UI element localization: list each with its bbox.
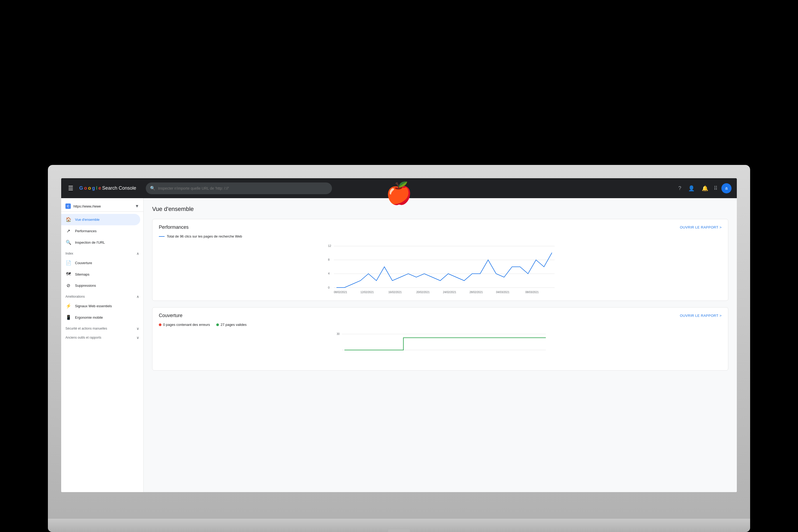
screen: ☰ Google Search Console 🔍 ? 👤 🔔 ⠿ a xyxy=(61,178,737,492)
sidebar-item-label: Inspection de l'URL xyxy=(75,241,105,244)
svg-text:16/02/2021: 16/02/2021 xyxy=(388,291,402,294)
performances-legend-label: Total de 96 clics sur les pages de reche… xyxy=(167,234,242,238)
error-dot xyxy=(159,323,162,326)
page-title: Vue d'ensemble xyxy=(152,206,728,212)
svg-text:12: 12 xyxy=(328,244,331,247)
securite-section-header[interactable]: Sécurité et actions manuelles ∨ xyxy=(61,323,144,332)
property-selector[interactable]: C https://www.//wwe ▼ xyxy=(61,201,144,212)
svg-text:04/03/2021: 04/03/2021 xyxy=(496,291,509,294)
sitemap-icon: 🗺 xyxy=(65,271,71,277)
property-favicon: C xyxy=(65,204,71,209)
anciens-section-title: Anciens outils et rapports xyxy=(65,336,101,339)
svg-text:4: 4 xyxy=(328,272,329,275)
sidebar-item-ergonomie[interactable]: 📱 Ergonomie mobile xyxy=(61,312,140,323)
search-icon: 🔍 xyxy=(150,186,155,191)
valid-dot xyxy=(216,323,219,326)
ameliorations-section-header[interactable]: Améliorations ∧ xyxy=(61,291,144,300)
sidebar-item-inspection-url[interactable]: 🔍 Inspection de l'URL xyxy=(61,237,140,248)
main-content: C https://www.//wwe ▼ 🏠 Vue d'ensemble ↗… xyxy=(61,198,737,492)
bell-icon[interactable]: 🔔 xyxy=(700,184,710,193)
search-input[interactable] xyxy=(158,186,328,190)
performances-legend: Total de 96 clics sur les pages de reche… xyxy=(159,234,722,238)
performances-card-title: Performances xyxy=(159,225,189,230)
sidebar-item-label: Vue d'ensemble xyxy=(75,217,99,222)
mobile-icon: 📱 xyxy=(65,315,71,320)
svg-text:24/02/2021: 24/02/2021 xyxy=(443,291,456,294)
svg-text:08/03/2021: 08/03/2021 xyxy=(525,291,539,294)
coverage-error-label: 0 pages contenant des erreurs xyxy=(163,323,210,327)
sidebar-item-label: Suppressions xyxy=(75,284,96,288)
sidebar-item-label: Performances xyxy=(75,229,97,233)
chevron-right-icon: > xyxy=(720,314,722,318)
anciens-section-header[interactable]: Anciens outils et rapports ∨ xyxy=(61,332,144,341)
apps-icon[interactable]: ⠿ xyxy=(714,185,718,191)
svg-text:30: 30 xyxy=(337,332,340,336)
svg-text:12/02/2021: 12/02/2021 xyxy=(360,291,374,294)
performances-card-header: Performances OUVRIR LE RAPPORT > xyxy=(159,225,722,230)
sidebar-item-vue-ensemble[interactable]: 🏠 Vue d'ensemble xyxy=(61,214,140,225)
sidebar-item-suppressions[interactable]: ⊘ Suppressions xyxy=(61,280,140,291)
sidebar-item-label: Ergonomie mobile xyxy=(75,316,103,320)
help-icon[interactable]: ? xyxy=(677,184,683,193)
svg-text:8: 8 xyxy=(328,258,329,261)
coverage-error-legend: 0 pages contenant des erreurs xyxy=(159,323,210,327)
user-avatar[interactable]: a xyxy=(721,183,732,193)
inspect-icon: 🔍 xyxy=(65,240,71,245)
coverage-card-header: Couverture OUVRIR LE RAPPORT > xyxy=(159,313,722,318)
sidebar-item-performances[interactable]: ↗ Performances xyxy=(61,225,140,237)
sidebar-item-label: Signaux Web essentiels xyxy=(75,304,112,308)
monitor-frame: ☰ Google Search Console 🔍 ? 👤 🔔 ⠿ a xyxy=(48,165,750,532)
coverage-legends: 0 pages contenant des erreurs 27 pages v… xyxy=(159,323,722,327)
coverage-open-report-button[interactable]: OUVRIR LE RAPPORT > xyxy=(680,314,722,318)
svg-text:28/02/2021: 28/02/2021 xyxy=(470,291,483,294)
performances-card: Performances OUVRIR LE RAPPORT > Total d… xyxy=(152,219,728,301)
property-url: https://www.//wwe xyxy=(73,204,132,208)
sidebar-item-label: Couverture xyxy=(75,261,92,265)
coverage-valid-label: 27 pages valides xyxy=(221,323,247,327)
sidebar: C https://www.//wwe ▼ 🏠 Vue d'ensemble ↗… xyxy=(61,198,144,492)
sidebar-item-sitemaps[interactable]: 🗺 Sitemaps xyxy=(61,269,140,280)
account-icon[interactable]: 👤 xyxy=(687,184,697,193)
google-logo: Google Search Console xyxy=(79,185,136,191)
search-bar: 🔍 xyxy=(146,183,332,194)
home-icon: 🏠 xyxy=(65,217,71,222)
ameliorations-chevron-icon: ∧ xyxy=(136,294,139,299)
page-content: Vue d'ensemble Performances OUVRIR LE RA… xyxy=(144,198,737,492)
svg-text:20/02/2021: 20/02/2021 xyxy=(416,291,430,294)
top-bar-actions: ? 👤 🔔 ⠿ a xyxy=(677,183,732,193)
remove-icon: ⊘ xyxy=(65,283,71,288)
securite-section-title: Sécurité et actions manuelles xyxy=(65,327,107,330)
sidebar-item-signaux-web[interactable]: ⚡ Signaux Web essentiels xyxy=(61,300,140,312)
sidebar-item-label: Sitemaps xyxy=(75,272,89,277)
trending-icon: ↗ xyxy=(65,228,71,234)
vitals-icon: ⚡ xyxy=(65,303,71,309)
document-icon: 📄 xyxy=(65,260,71,266)
index-section-header[interactable]: Index ∧ xyxy=(61,248,144,257)
coverage-valid-legend: 27 pages valides xyxy=(216,323,247,327)
coverage-svg-chart: 30 xyxy=(159,330,722,362)
chevron-right-icon: > xyxy=(720,225,722,229)
apple-logo-icon: 🍎 xyxy=(386,181,412,206)
coverage-chart: 30 xyxy=(159,330,722,365)
hamburger-icon[interactable]: ☰ xyxy=(66,183,75,193)
ameliorations-section-title: Améliorations xyxy=(65,295,85,299)
svg-text:0: 0 xyxy=(328,286,329,289)
sidebar-item-couverture[interactable]: 📄 Couverture xyxy=(61,257,140,269)
performances-legend-line xyxy=(159,236,165,237)
coverage-card: Couverture OUVRIR LE RAPPORT > 0 pages c… xyxy=(152,307,728,370)
coverage-card-title: Couverture xyxy=(159,313,183,318)
property-dropdown-icon[interactable]: ▼ xyxy=(135,204,139,209)
svg-text:08/02/2021: 08/02/2021 xyxy=(334,291,347,294)
performances-open-report-button[interactable]: OUVRIR LE RAPPORT > xyxy=(680,225,722,229)
logo-g1: G xyxy=(79,185,83,191)
anciens-chevron-icon: ∨ xyxy=(136,336,139,340)
index-section-title: Index xyxy=(65,252,73,255)
securite-chevron-icon: ∨ xyxy=(136,326,139,331)
performances-svg-chart: 12 8 4 0 08/02/2021 12/02/2021 xyxy=(159,242,722,295)
performances-chart: 12 8 4 0 08/02/2021 12/02/2021 xyxy=(159,242,722,295)
index-chevron-icon: ∧ xyxy=(136,251,139,255)
